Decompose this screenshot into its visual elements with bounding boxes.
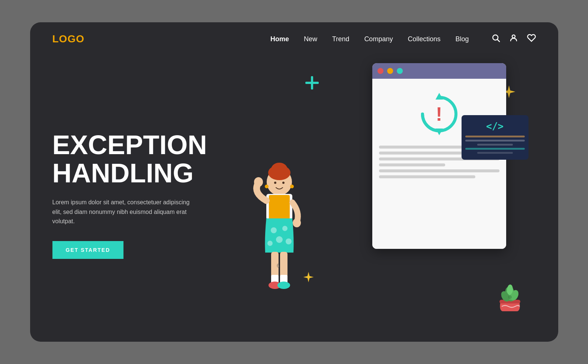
code-tag: </>	[486, 121, 504, 132]
browser-dot-orange	[387, 68, 393, 74]
nav-links: Home New Trend Company Collections Blog	[270, 35, 469, 43]
browser-dot-teal	[397, 68, 403, 74]
svg-point-12	[276, 236, 283, 243]
nav-blog[interactable]: Blog	[455, 35, 469, 43]
text-line-6	[379, 175, 475, 178]
code-line-1	[465, 136, 525, 137]
svg-point-8	[254, 177, 263, 187]
code-line-2	[465, 140, 525, 142]
cta-button[interactable]: GET STARTED	[52, 241, 124, 259]
search-icon[interactable]	[491, 33, 500, 45]
nav-company[interactable]: Company	[364, 35, 393, 43]
user-icon[interactable]	[509, 33, 518, 45]
character-illustration: 6	[242, 152, 317, 316]
svg-point-14	[286, 238, 292, 244]
svg-rect-7	[269, 195, 290, 220]
code-line-4	[465, 148, 525, 150]
text-line-2	[379, 152, 475, 155]
code-line-5	[477, 152, 513, 154]
nav-icon-group	[491, 33, 536, 45]
svg-line-1	[497, 40, 499, 42]
nav-collections[interactable]: Collections	[408, 35, 440, 43]
exclamation-mark: !	[436, 104, 442, 124]
navbar: LOGO Home New Trend Company Collections …	[30, 22, 558, 56]
heart-icon[interactable]	[527, 33, 536, 45]
text-line-4	[379, 163, 445, 166]
code-line-3	[477, 144, 513, 146]
svg-point-24	[290, 185, 294, 188]
right-section: 6	[231, 56, 536, 327]
error-circle: !	[415, 90, 463, 138]
text-line-5	[379, 169, 499, 172]
svg-point-5	[268, 165, 290, 180]
sparkle-cross-top	[305, 76, 319, 90]
svg-point-21	[274, 182, 276, 184]
svg-point-2	[512, 35, 515, 38]
svg-text:6: 6	[277, 263, 280, 269]
main-card: LOGO Home New Trend Company Collections …	[30, 22, 558, 342]
nav-new[interactable]: New	[304, 35, 317, 43]
left-section: EXCEPTION HANDLING Lorem ipsum dolor sit…	[52, 56, 231, 327]
plant-illustration	[495, 279, 525, 312]
browser-title-bar	[372, 63, 506, 79]
svg-point-13	[267, 241, 273, 246]
browser-body: !	[372, 79, 506, 249]
svg-point-20	[277, 282, 290, 289]
svg-point-9	[293, 218, 301, 227]
code-editor-box: </>	[462, 115, 528, 160]
svg-point-34	[508, 295, 512, 299]
svg-point-22	[282, 182, 285, 184]
logo[interactable]: LOGO	[52, 33, 84, 45]
svg-point-23	[265, 185, 269, 188]
hero-description: Lorem ipsum dolor sit amet, consectetuer…	[52, 198, 194, 226]
nav-home[interactable]: Home	[270, 35, 289, 43]
svg-point-11	[282, 226, 287, 231]
nav-trend[interactable]: Trend	[332, 35, 349, 43]
svg-point-10	[271, 227, 277, 233]
browser-dot-red	[377, 68, 383, 74]
main-content: EXCEPTION HANDLING Lorem ipsum dolor sit…	[30, 56, 558, 342]
main-title: EXCEPTION HANDLING	[52, 131, 231, 187]
